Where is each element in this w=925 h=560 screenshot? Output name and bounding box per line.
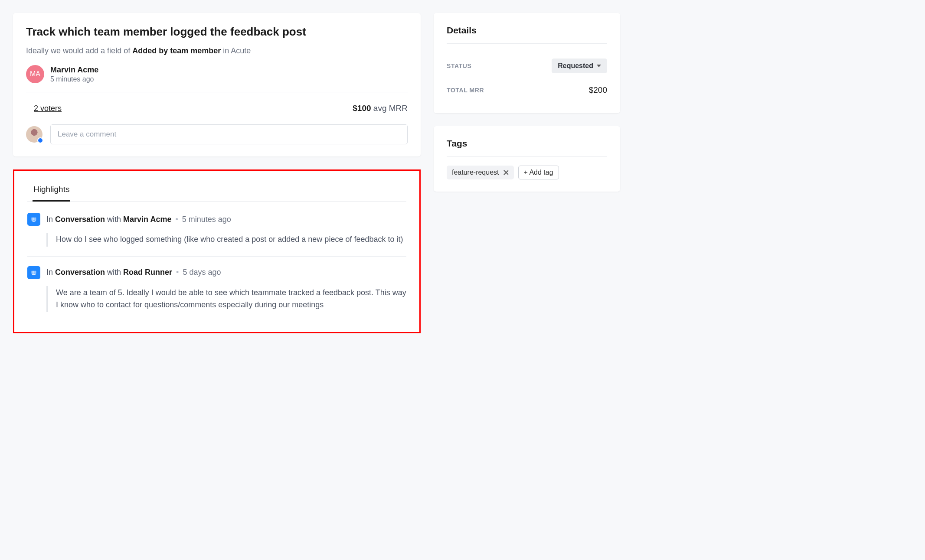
tag-chip[interactable]: feature-request	[447, 166, 514, 179]
author-row: MA Marvin Acme 5 minutes ago	[26, 65, 408, 92]
chevron-down-icon	[597, 65, 601, 67]
highlight-prefix: In	[46, 268, 55, 277]
highlight-prefix: In	[46, 215, 55, 224]
highlight-quote: How do I see who logged something (like …	[46, 233, 406, 247]
highlight-conv: Conversation	[55, 215, 105, 224]
comment-row	[26, 124, 408, 144]
status-value: Requested	[558, 62, 593, 70]
tab-highlights[interactable]: Highlights	[33, 185, 70, 202]
details-card: Details STATUS Requested TOTAL MRR $200	[434, 13, 620, 113]
post-description: Ideally we would add a field of Added by…	[26, 46, 408, 55]
intercom-icon	[27, 266, 40, 279]
status-dropdown[interactable]: Requested	[552, 59, 607, 73]
post-desc-pre: Ideally we would add a field of	[26, 46, 132, 55]
status-row: STATUS Requested	[447, 52, 607, 79]
author-name: Marvin Acme	[50, 65, 98, 75]
tags-card: Tags feature-request + Add tag	[434, 126, 620, 192]
highlights-card: Highlights In Conversation with Marvin A…	[13, 169, 421, 333]
dot-icon: •	[176, 268, 179, 277]
feedback-post-card: Track which team member logged the feedb…	[13, 13, 421, 156]
dot-icon: •	[175, 215, 178, 224]
highlight-mid: with	[105, 268, 123, 277]
highlight-quote: We are a team of 5. Ideally I would be a…	[46, 286, 406, 312]
close-icon[interactable]	[503, 170, 509, 175]
highlight-time: 5 days ago	[183, 268, 221, 277]
total-mrr-label: TOTAL MRR	[447, 87, 484, 94]
add-tag-button[interactable]: + Add tag	[518, 166, 559, 179]
status-label: STATUS	[447, 62, 472, 69]
author-time: 5 minutes ago	[50, 75, 98, 83]
highlight-name: Road Runner	[123, 268, 172, 277]
stats-row: 2 voters $100 avg MRR	[26, 92, 408, 124]
avg-mrr-value: $100	[353, 104, 371, 113]
total-mrr-row: TOTAL MRR $200	[447, 79, 607, 101]
avg-mrr-suffix: avg MRR	[371, 104, 408, 113]
current-user-avatar	[26, 126, 42, 143]
highlight-head: In Conversation with Marvin Acme • 5 min…	[27, 213, 406, 226]
post-desc-bold: Added by team member	[132, 46, 221, 55]
tag-label: feature-request	[452, 169, 499, 176]
highlight-name: Marvin Acme	[123, 215, 171, 224]
author-avatar: MA	[26, 65, 44, 83]
total-mrr-value: $200	[589, 85, 607, 95]
highlight-time: 5 minutes ago	[182, 215, 231, 224]
avg-mrr: $100 avg MRR	[353, 104, 408, 113]
highlight-meta[interactable]: In Conversation with Road Runner • 5 day…	[46, 268, 221, 277]
highlight-item: In Conversation with Marvin Acme • 5 min…	[27, 213, 406, 257]
post-desc-post: in Acute	[221, 46, 251, 55]
post-title: Track which team member logged the feedb…	[26, 25, 408, 39]
intercom-icon	[27, 213, 40, 226]
tags-row: feature-request + Add tag	[447, 166, 607, 179]
comment-input[interactable]	[50, 124, 408, 144]
highlight-conv: Conversation	[55, 268, 105, 277]
voters-link[interactable]: 2 voters	[34, 104, 62, 113]
highlight-meta[interactable]: In Conversation with Marvin Acme • 5 min…	[46, 215, 231, 224]
tab-row: Highlights	[27, 185, 406, 202]
highlight-item: In Conversation with Road Runner • 5 day…	[27, 266, 406, 322]
highlight-head: In Conversation with Road Runner • 5 day…	[27, 266, 406, 279]
tags-title: Tags	[447, 138, 607, 157]
avatar-badge-icon	[37, 137, 43, 143]
highlight-mid: with	[105, 215, 123, 224]
details-title: Details	[447, 25, 607, 44]
